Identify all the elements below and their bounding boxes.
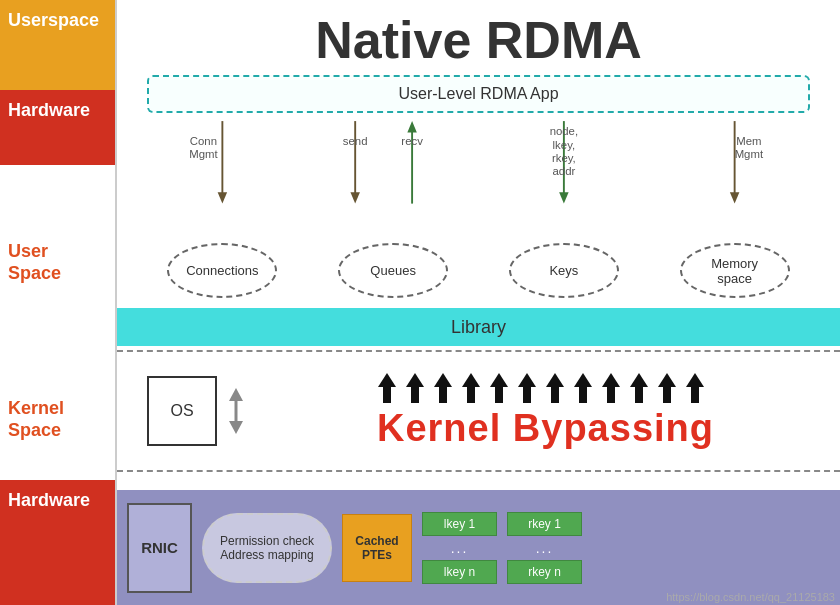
big-arrow-9 bbox=[602, 373, 620, 403]
rkey-n-box: rkey n bbox=[507, 560, 582, 584]
memory-space-label: Memoryspace bbox=[711, 256, 758, 286]
svg-marker-20 bbox=[229, 388, 243, 401]
big-arrow-10 bbox=[630, 373, 648, 403]
svg-marker-31 bbox=[490, 373, 508, 387]
keys-label: Keys bbox=[549, 263, 578, 278]
page-title: Native RDMA bbox=[117, 0, 840, 75]
big-arrow-8 bbox=[574, 373, 592, 403]
ellipses-row: Connections Queues Keys Memoryspace bbox=[117, 243, 840, 298]
svg-text:Mem: Mem bbox=[736, 135, 761, 147]
svg-marker-22 bbox=[229, 421, 243, 434]
svg-rect-46 bbox=[691, 387, 699, 403]
svg-text:Mgmt: Mgmt bbox=[189, 148, 218, 160]
svg-rect-34 bbox=[523, 387, 531, 403]
perm-check-box: Permission checkAddress mapping bbox=[202, 513, 332, 583]
svg-marker-39 bbox=[602, 373, 620, 387]
svg-marker-23 bbox=[378, 373, 396, 387]
queues-label: Queues bbox=[370, 263, 416, 278]
memory-space-ellipse: Memoryspace bbox=[680, 243, 790, 298]
svg-text:rkey,: rkey, bbox=[552, 152, 576, 164]
lkey-1-box: lkey 1 bbox=[422, 512, 497, 536]
rdma-app-box: User-Level RDMA App bbox=[147, 75, 810, 113]
big-arrow-12 bbox=[686, 373, 704, 403]
svg-rect-36 bbox=[551, 387, 559, 403]
svg-text:lkey,: lkey, bbox=[553, 139, 576, 151]
svg-marker-37 bbox=[574, 373, 592, 387]
main-content: Native RDMA User-Level RDMA App Conn Mgm… bbox=[117, 0, 840, 605]
svg-text:node,: node, bbox=[550, 125, 578, 137]
svg-marker-45 bbox=[686, 373, 704, 387]
big-arrow-1 bbox=[378, 373, 396, 403]
svg-text:send: send bbox=[343, 135, 368, 147]
hardware-area: RNIC Permission checkAddress mapping Cac… bbox=[117, 490, 840, 605]
cached-ptes-label: Cached PTEs bbox=[343, 534, 411, 562]
big-arrow-3 bbox=[434, 373, 452, 403]
rkey-group: rkey 1 ... rkey n bbox=[507, 512, 582, 584]
big-arrow-5 bbox=[490, 373, 508, 403]
hardware-bottom-label: Hardware bbox=[8, 490, 90, 511]
sidebar-user-space: UserSpace bbox=[0, 165, 115, 360]
lkey-group: lkey 1 ... lkey n bbox=[422, 512, 497, 584]
kernel-bypass-label: Kernel Bypassing bbox=[377, 407, 714, 450]
svg-marker-29 bbox=[462, 373, 480, 387]
os-double-arrow bbox=[221, 386, 251, 436]
hardware-top-label: Hardware bbox=[8, 100, 90, 121]
perm-check-label: Permission checkAddress mapping bbox=[220, 534, 314, 562]
svg-rect-28 bbox=[439, 387, 447, 403]
dashed-separator-top bbox=[117, 350, 840, 352]
svg-marker-11 bbox=[559, 192, 568, 203]
rkey-dots: ... bbox=[507, 540, 582, 556]
svg-marker-25 bbox=[406, 373, 424, 387]
sidebar-kernel-space: KernelSpace bbox=[0, 360, 115, 480]
dashed-separator-bottom bbox=[117, 470, 840, 472]
big-arrows-container bbox=[378, 373, 714, 403]
connections-label: Connections bbox=[186, 263, 258, 278]
userspace-label: Userspace bbox=[8, 10, 99, 31]
sidebar-userspace: Userspace bbox=[0, 0, 115, 90]
arrows-area: Conn Mgmt send recv node, lkey, rkey, ad… bbox=[137, 113, 820, 243]
big-arrow-4 bbox=[462, 373, 480, 403]
arrows-svg: Conn Mgmt send recv node, lkey, rkey, ad… bbox=[137, 113, 820, 243]
svg-text:Conn: Conn bbox=[190, 135, 217, 147]
lkey-dots: ... bbox=[422, 540, 497, 556]
svg-marker-17 bbox=[730, 192, 739, 203]
svg-text:Mgmt: Mgmt bbox=[735, 148, 764, 160]
big-arrow-6 bbox=[518, 373, 536, 403]
svg-text:addr: addr bbox=[552, 165, 575, 177]
svg-text:recv: recv bbox=[401, 135, 423, 147]
svg-rect-42 bbox=[635, 387, 643, 403]
user-space-label: UserSpace bbox=[8, 241, 61, 284]
svg-rect-38 bbox=[579, 387, 587, 403]
svg-marker-33 bbox=[518, 373, 536, 387]
big-arrow-7 bbox=[546, 373, 564, 403]
big-arrow-11 bbox=[658, 373, 676, 403]
queues-ellipse: Queues bbox=[338, 243, 448, 298]
kernel-bypass-section: Kernel Bypassing bbox=[251, 373, 840, 450]
svg-marker-35 bbox=[546, 373, 564, 387]
svg-rect-44 bbox=[663, 387, 671, 403]
connections-ellipse: Connections bbox=[167, 243, 277, 298]
kernel-space-label: KernelSpace bbox=[8, 398, 64, 441]
os-box: OS bbox=[147, 376, 217, 446]
svg-marker-41 bbox=[630, 373, 648, 387]
big-arrow-2 bbox=[406, 373, 424, 403]
cached-ptes-box: Cached PTEs bbox=[342, 514, 412, 582]
sidebar-hardware-bottom: Hardware bbox=[0, 480, 115, 605]
watermark: https://blog.csdn.net/qq_21125183 bbox=[666, 591, 835, 603]
svg-rect-40 bbox=[607, 387, 615, 403]
sidebar: Userspace Hardware UserSpace KernelSpace… bbox=[0, 0, 115, 605]
svg-marker-8 bbox=[407, 121, 416, 132]
svg-rect-24 bbox=[383, 387, 391, 403]
svg-marker-43 bbox=[658, 373, 676, 387]
keys-ellipse: Keys bbox=[509, 243, 619, 298]
lkey-n-box: lkey n bbox=[422, 560, 497, 584]
svg-rect-32 bbox=[495, 387, 503, 403]
kernel-area: OS bbox=[117, 356, 840, 466]
svg-marker-1 bbox=[218, 192, 227, 203]
os-section: OS bbox=[132, 376, 251, 446]
svg-rect-26 bbox=[411, 387, 419, 403]
library-bar: Library bbox=[117, 308, 840, 346]
svg-rect-30 bbox=[467, 387, 475, 403]
svg-marker-27 bbox=[434, 373, 452, 387]
svg-marker-5 bbox=[350, 192, 359, 203]
